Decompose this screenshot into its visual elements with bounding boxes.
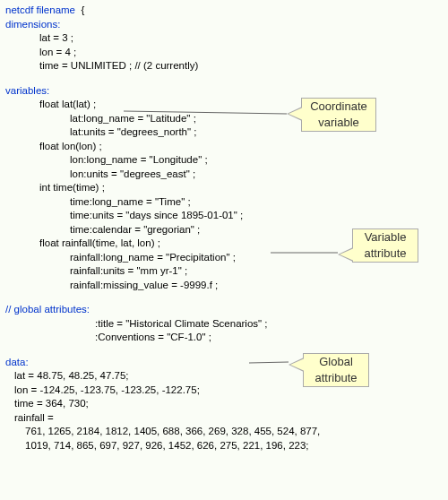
- blank-line: [5, 73, 448, 84]
- data-rainfall-line2: 1019, 714, 865, 697, 927, 926, 1452, 626…: [25, 439, 448, 453]
- var-time-long-name: time:long_name = "Time" ;: [70, 195, 448, 210]
- var-lat-units: lat:units = "degrees_north" ;: [70, 125, 448, 140]
- callout-tail-icon: [289, 108, 303, 120]
- data-rainfall-head: rainfall =: [14, 411, 448, 426]
- global-conventions: :Conventions = "CF-1.0" ;: [95, 331, 448, 345]
- netcdf-header: netcdf filename {: [5, 4, 448, 18]
- var-lon-decl: float lon(lon) ;: [39, 140, 448, 154]
- var-lon-units: lon:units = "degrees_east" ;: [70, 168, 448, 182]
- blank-line-2: [5, 292, 448, 303]
- callout-variable-attribute: Variable attribute: [352, 228, 418, 263]
- dim-time: time = UNLIMITED ; // (2 currently): [39, 59, 448, 73]
- data-lon: lon = -124.25, -123.75, -123.25, -122.75…: [14, 384, 448, 398]
- netcdf-keyword: netcdf: [5, 4, 33, 15]
- dimensions-keyword: dimensions:: [5, 19, 60, 30]
- global-title: :title = "Historical Climate Scenarios" …: [95, 317, 448, 332]
- var-time-units: time:units = "days since 1895-01-01" ;: [70, 209, 448, 223]
- var-time-decl: int time(time) ;: [39, 181, 448, 195]
- data-time: time = 364, 730;: [14, 397, 448, 411]
- data-keyword: data:: [5, 357, 29, 367]
- var-rainfall-units: rainfall:units = "mm yr-1" ;: [70, 264, 448, 279]
- blank-line-3: [5, 345, 448, 356]
- variables-keyword: variables:: [5, 85, 49, 96]
- open-brace: {: [81, 4, 84, 15]
- callout-coordinate-variable-label: Coordinate variable: [310, 99, 367, 130]
- dim-lon: lon = 4 ;: [39, 46, 448, 60]
- callout-tail-icon: [340, 248, 354, 261]
- var-lon-long-name: lon:long_name = "Longitude" ;: [70, 153, 448, 168]
- dim-lat: lat = 3 ;: [39, 31, 448, 46]
- var-lat-long-name: lat:long_name = "Latitude" ;: [70, 112, 448, 126]
- callout-tail-icon: [290, 358, 305, 371]
- cdl-dump-page: netcdf filename { dimensions: lat = 3 ; …: [0, 0, 448, 500]
- filename-text: filename: [37, 4, 75, 15]
- callout-coordinate-variable: Coordinate variable: [301, 98, 376, 132]
- callout-global-attribute-label: Global attribute: [315, 354, 358, 385]
- data-rainfall-line1: 761, 1265, 2184, 1812, 1405, 688, 366, 2…: [25, 425, 448, 439]
- var-lat-decl: float lat(lat) ;: [39, 98, 448, 112]
- data-lat: lat = 48.75, 48.25, 47.75;: [14, 369, 448, 384]
- global-attributes-keyword: // global attributes:: [5, 304, 90, 315]
- callout-variable-attribute-label: Variable attribute: [365, 229, 407, 261]
- callout-global-attribute: Global attribute: [303, 353, 369, 387]
- var-rainfall-missing: rainfall:missing_value = -9999.f ;: [70, 279, 448, 293]
